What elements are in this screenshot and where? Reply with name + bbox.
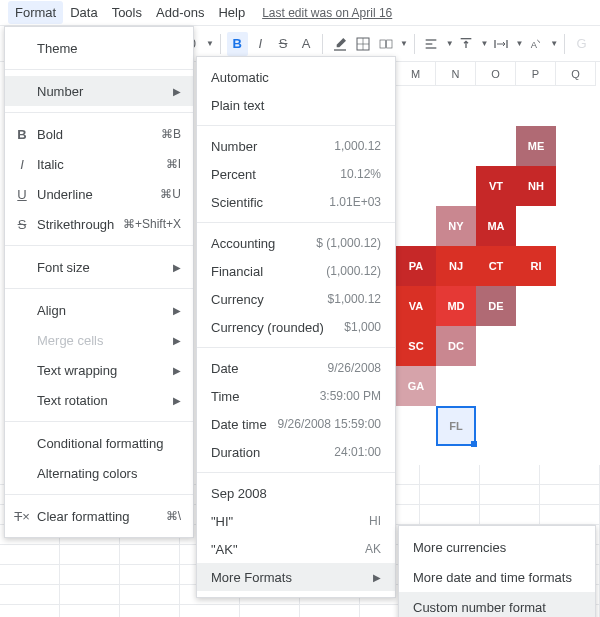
- format-example: $ (1,000.12): [316, 236, 381, 250]
- menu-number[interactable]: Number▶: [5, 76, 193, 106]
- borders-button[interactable]: [352, 32, 373, 56]
- cell-nh[interactable]: NH: [516, 166, 556, 206]
- format-example: (1,000.12): [326, 264, 381, 278]
- cell-ga[interactable]: GA: [396, 366, 436, 406]
- col-header[interactable]: P: [516, 62, 556, 86]
- cell-vt[interactable]: VT: [476, 166, 516, 206]
- cell-sc[interactable]: SC: [396, 326, 436, 366]
- submenu-arrow-icon: ▶: [173, 305, 181, 316]
- more-date-time-formats[interactable]: More date and time formats: [399, 562, 595, 592]
- submenu-arrow-icon: ▶: [173, 395, 181, 406]
- more-currencies[interactable]: More currencies: [399, 532, 595, 562]
- shortcut: ⌘U: [160, 187, 181, 201]
- mergecells-button[interactable]: [375, 32, 396, 56]
- col-header[interactable]: Q: [556, 62, 596, 86]
- custom-number-format[interactable]: Custom number format: [399, 592, 595, 617]
- selected-cell-fl[interactable]: FL: [436, 406, 476, 446]
- menu-theme[interactable]: Theme: [5, 33, 193, 63]
- merge-dropdown-icon[interactable]: ▼: [400, 39, 408, 48]
- last-edit-link[interactable]: Last edit was on April 16: [262, 6, 392, 20]
- cell-nj[interactable]: NJ: [436, 246, 476, 286]
- cell-de[interactable]: DE: [476, 286, 516, 326]
- cell-md[interactable]: MD: [436, 286, 476, 326]
- cell-ct[interactable]: CT: [476, 246, 516, 286]
- format-automatic[interactable]: Automatic: [197, 63, 395, 91]
- wrap-button[interactable]: [491, 32, 512, 56]
- rotate-button[interactable]: A: [525, 32, 546, 56]
- menu-addons[interactable]: Add-ons: [149, 1, 211, 24]
- svg-rect-0: [334, 49, 346, 50]
- state-map-cells: ME VTNH NYMA PANJCTRI VAMDDE SCDC GA: [396, 126, 556, 406]
- format-custom-2[interactable]: "HI"HI: [197, 507, 395, 535]
- valign-button[interactable]: [456, 32, 477, 56]
- format-example: AK: [365, 542, 381, 556]
- cell-ma[interactable]: MA: [476, 206, 516, 246]
- number-submenu: Automatic Plain text Number1,000.12 Perc…: [196, 56, 396, 598]
- format-percent[interactable]: Percent10.12%: [197, 160, 395, 188]
- menu-fontsize[interactable]: Font size▶: [5, 252, 193, 282]
- menu-text-wrapping[interactable]: Text wrapping▶: [5, 355, 193, 385]
- format-example: HI: [369, 514, 381, 528]
- separator: [5, 69, 193, 70]
- separator: [220, 34, 221, 54]
- col-header[interactable]: O: [476, 62, 516, 86]
- fontsize-dropdown-icon[interactable]: ▼: [206, 39, 214, 48]
- format-currency[interactable]: Currency$1,000.12: [197, 285, 395, 313]
- shortcut: ⌘\: [166, 509, 181, 523]
- fillcolor-button[interactable]: [329, 32, 350, 56]
- col-header[interactable]: M: [396, 62, 436, 86]
- format-datetime[interactable]: Date time9/26/2008 15:59:00: [197, 410, 395, 438]
- align-dropdown-icon[interactable]: ▼: [446, 39, 454, 48]
- valign-dropdown-icon[interactable]: ▼: [481, 39, 489, 48]
- format-date[interactable]: Date9/26/2008: [197, 354, 395, 382]
- menu-strikethrough[interactable]: SStrikethrough⌘+Shift+X: [5, 209, 193, 239]
- menu-data[interactable]: Data: [63, 1, 104, 24]
- italic-button[interactable]: I: [250, 32, 271, 56]
- format-number[interactable]: Number1,000.12: [197, 132, 395, 160]
- menu-format[interactable]: Format: [8, 1, 63, 24]
- menu-alternating-colors[interactable]: Alternating colors: [5, 458, 193, 488]
- format-time[interactable]: Time3:59:00 PM: [197, 382, 395, 410]
- menu-underline[interactable]: UUnderline⌘U: [5, 179, 193, 209]
- format-accounting[interactable]: Accounting$ (1,000.12): [197, 229, 395, 257]
- format-more-formats[interactable]: More Formats▶: [197, 563, 395, 591]
- submenu-arrow-icon: ▶: [373, 572, 381, 583]
- strikethrough-button[interactable]: S: [273, 32, 294, 56]
- col-header[interactable]: N: [436, 62, 476, 86]
- menu-merge-cells: Merge cells▶: [5, 325, 193, 355]
- format-financial[interactable]: Financial(1,000.12): [197, 257, 395, 285]
- textcolor-button[interactable]: A: [296, 32, 317, 56]
- cell-ny[interactable]: NY: [436, 206, 476, 246]
- cell-va[interactable]: VA: [396, 286, 436, 326]
- cell-dc[interactable]: DC: [436, 326, 476, 366]
- rotate-dropdown-icon[interactable]: ▼: [550, 39, 558, 48]
- format-currency-rounded[interactable]: Currency (rounded)$1,000: [197, 313, 395, 341]
- menu-help[interactable]: Help: [211, 1, 252, 24]
- menu-conditional-formatting[interactable]: Conditional formatting: [5, 428, 193, 458]
- link-button[interactable]: G: [571, 32, 592, 56]
- format-scientific[interactable]: Scientific1.01E+03: [197, 188, 395, 216]
- separator: [197, 125, 395, 126]
- bold-button[interactable]: B: [227, 32, 248, 56]
- underline-icon: U: [13, 187, 31, 202]
- wrap-dropdown-icon[interactable]: ▼: [515, 39, 523, 48]
- format-custom-3[interactable]: "AK"AK: [197, 535, 395, 563]
- menu-tools[interactable]: Tools: [105, 1, 149, 24]
- shortcut: ⌘B: [161, 127, 181, 141]
- separator: [197, 347, 395, 348]
- format-custom-1[interactable]: Sep 2008: [197, 479, 395, 507]
- align-button[interactable]: [421, 32, 442, 56]
- format-example: 9/26/2008: [328, 361, 381, 375]
- cell-pa[interactable]: PA: [396, 246, 436, 286]
- format-duration[interactable]: Duration24:01:00: [197, 438, 395, 466]
- cell-me[interactable]: ME: [516, 126, 556, 166]
- menu-bold[interactable]: BBold⌘B: [5, 119, 193, 149]
- format-plain-text[interactable]: Plain text: [197, 91, 395, 119]
- menu-text-rotation[interactable]: Text rotation▶: [5, 385, 193, 415]
- cell-ri[interactable]: RI: [516, 246, 556, 286]
- menu-italic[interactable]: IItalic⌘I: [5, 149, 193, 179]
- menu-align[interactable]: Align▶: [5, 295, 193, 325]
- submenu-arrow-icon: ▶: [173, 86, 181, 97]
- menu-clear-formatting[interactable]: T×Clear formatting⌘\: [5, 501, 193, 531]
- bold-icon: B: [13, 127, 31, 142]
